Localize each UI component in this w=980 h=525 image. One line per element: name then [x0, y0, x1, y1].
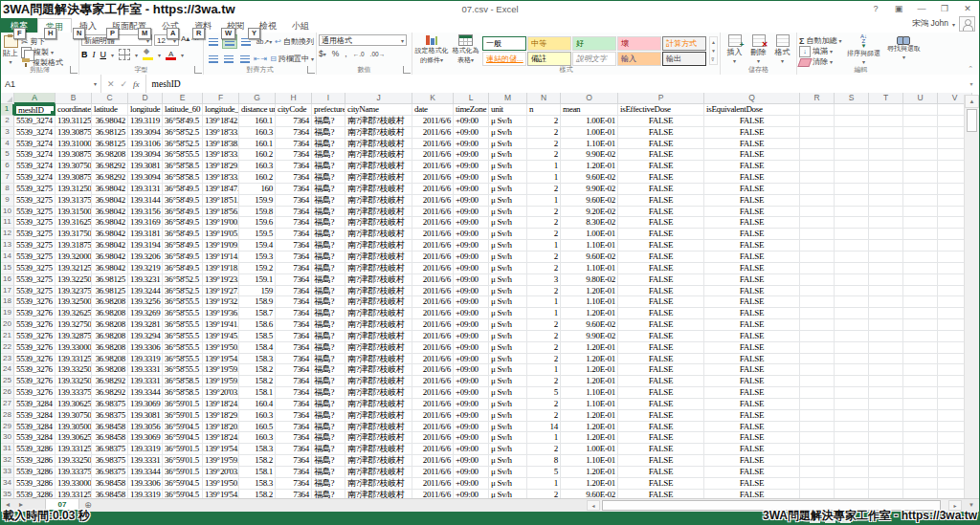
cell-J3[interactable]: 南?津郡?枝岐村	[345, 127, 412, 139]
cell-U21[interactable]	[903, 331, 938, 342]
cell-H31[interactable]: 7364	[276, 444, 312, 455]
cell-O29[interactable]: 1.20E-01	[561, 422, 618, 433]
cell-P8[interactable]: FALSE	[618, 184, 704, 195]
cell-K19[interactable]: 2011/6/6	[412, 308, 454, 319]
cell-K21[interactable]: 2011/6/6	[412, 331, 454, 342]
cell-A31[interactable]: 5539_3286	[14, 444, 56, 455]
row-header-20[interactable]: 20	[1, 319, 14, 331]
cell-O1[interactable]: mean	[561, 104, 618, 116]
cell-H6[interactable]: 7364	[276, 161, 312, 172]
cell-C3[interactable]: 36.98125	[92, 127, 128, 139]
cell-R27[interactable]	[800, 399, 835, 410]
scroll-down-icon[interactable]: ▼	[964, 499, 979, 512]
cell-U32[interactable]	[903, 455, 938, 467]
cell-B20[interactable]: 139.32750	[56, 319, 92, 331]
cell-J5[interactable]: 南?津郡?枝岐村	[345, 149, 412, 161]
cell-R16[interactable]	[800, 274, 835, 286]
cell-O26[interactable]: 1.10E-01	[561, 387, 618, 399]
column-header-S[interactable]: S	[835, 93, 869, 104]
cell-Q20[interactable]: FALSE	[704, 319, 800, 331]
cell-Q11[interactable]: FALSE	[704, 217, 800, 229]
cell-G3[interactable]: 160.3	[239, 127, 276, 139]
cell-H26[interactable]: 7364	[276, 387, 312, 399]
cell-I19[interactable]: 福島?	[312, 308, 345, 319]
cell-L29[interactable]: +09:00	[454, 422, 489, 433]
cell-K1[interactable]: date	[412, 104, 454, 116]
cell-I11[interactable]: 福島?	[312, 217, 345, 229]
cell-O24[interactable]: 1.20E-01	[561, 364, 618, 376]
cell-J24[interactable]: 南?津郡?枝岐村	[345, 364, 412, 376]
cell-G7[interactable]: 160.2	[239, 172, 276, 184]
cell-L26[interactable]: +09:00	[454, 387, 489, 399]
cell-S11[interactable]	[835, 217, 869, 229]
cell-B19[interactable]: 139.32625	[56, 308, 92, 319]
cell-Q8[interactable]: FALSE	[704, 184, 800, 195]
vertical-scroll-thumb[interactable]	[967, 109, 977, 132]
cell-H1[interactable]: cityCode	[276, 104, 312, 116]
cell-S2[interactable]	[835, 116, 869, 127]
cell-G1[interactable]: distance unit	[239, 104, 276, 116]
cell-E1[interactable]: latitude_60	[163, 104, 203, 116]
cell-A7[interactable]: 5539_3274	[14, 172, 56, 184]
cell-U17[interactable]	[903, 286, 938, 297]
cell-B6[interactable]: 139.30750	[56, 161, 92, 172]
row-header-1[interactable]: 1	[1, 104, 14, 116]
cell-R3[interactable]	[800, 127, 835, 139]
cell-A16[interactable]: 5539_3275	[14, 274, 56, 286]
cell-A10[interactable]: 5539_3275	[14, 207, 56, 218]
cell-H5[interactable]: 7364	[276, 149, 312, 161]
cell-R26[interactable]	[800, 387, 835, 399]
cell-P6[interactable]: FALSE	[618, 161, 704, 172]
column-header-B[interactable]: B	[56, 93, 92, 104]
cell-G31[interactable]: 158.3	[239, 444, 276, 455]
cell-O18[interactable]: 1.10E-01	[561, 296, 618, 308]
cell-O22[interactable]: 1.20E-01	[561, 342, 618, 354]
cell-G8[interactable]: 160	[239, 184, 276, 195]
cell-H9[interactable]: 7364	[276, 195, 312, 207]
currency-format-button[interactable]: $▾	[319, 49, 326, 58]
row-header-13[interactable]: 13	[1, 240, 14, 252]
cell-T27[interactable]	[869, 399, 903, 410]
column-header-R[interactable]: R	[800, 93, 835, 104]
cell-K13[interactable]: 2011/6/6	[412, 240, 454, 252]
cell-D18[interactable]: 139.3256	[128, 296, 163, 308]
column-header-I[interactable]: I	[312, 93, 345, 104]
cell-G18[interactable]: 158.9	[239, 296, 276, 308]
column-header-O[interactable]: O	[561, 93, 618, 104]
cell-Q18[interactable]: FALSE	[704, 296, 800, 308]
cell-Q25[interactable]: FALSE	[704, 376, 800, 387]
row-header-15[interactable]: 15	[1, 263, 14, 274]
cell-B13[interactable]: 139.31875	[56, 240, 92, 252]
cell-S15[interactable]	[835, 263, 869, 274]
cell-R23[interactable]	[800, 354, 835, 365]
cell-E15[interactable]: 36°58'49.5	[163, 263, 203, 274]
cell-R14[interactable]	[800, 252, 835, 263]
cell-I1[interactable]: prefecture	[312, 104, 345, 116]
cell-F27[interactable]: 139°18'24.8	[203, 399, 239, 410]
cell-K28[interactable]: 2011/6/6	[412, 410, 454, 422]
cell-E27[interactable]: 36°59'01.5	[163, 399, 203, 410]
cell-F29[interactable]: 139°18'20.2	[203, 422, 239, 433]
cell-O8[interactable]: 9.90E-02	[561, 184, 618, 195]
cell-D5[interactable]: 139.3094	[128, 149, 163, 161]
cell-G22[interactable]: 158.4	[239, 342, 276, 354]
cell-M30[interactable]: μ Sv/h	[489, 432, 527, 444]
cell-M6[interactable]: μ Sv/h	[489, 161, 527, 172]
cell-S8[interactable]	[835, 184, 869, 195]
cell-L10[interactable]: +09:00	[454, 207, 489, 218]
row-header-9[interactable]: 9	[1, 195, 14, 207]
cell-Q13[interactable]: FALSE	[704, 240, 800, 252]
cell-H3[interactable]: 7364	[276, 127, 312, 139]
cell-J19[interactable]: 南?津郡?枝岐村	[345, 308, 412, 319]
cell-F24[interactable]: 139°19'59.2	[203, 364, 239, 376]
cell-R17[interactable]	[800, 286, 835, 297]
cell-U15[interactable]	[903, 263, 938, 274]
cell-N25[interactable]: 2	[527, 376, 561, 387]
cell-J18[interactable]: 南?津郡?枝岐村	[345, 296, 412, 308]
cell-H34[interactable]: 7364	[276, 478, 312, 490]
cell-B17[interactable]: 139.32375	[56, 286, 92, 297]
cell-R6[interactable]	[800, 161, 835, 172]
cell-N28[interactable]: 2	[527, 410, 561, 422]
row-header-8[interactable]: 8	[1, 184, 14, 195]
cell-N16[interactable]: 3	[527, 274, 561, 286]
